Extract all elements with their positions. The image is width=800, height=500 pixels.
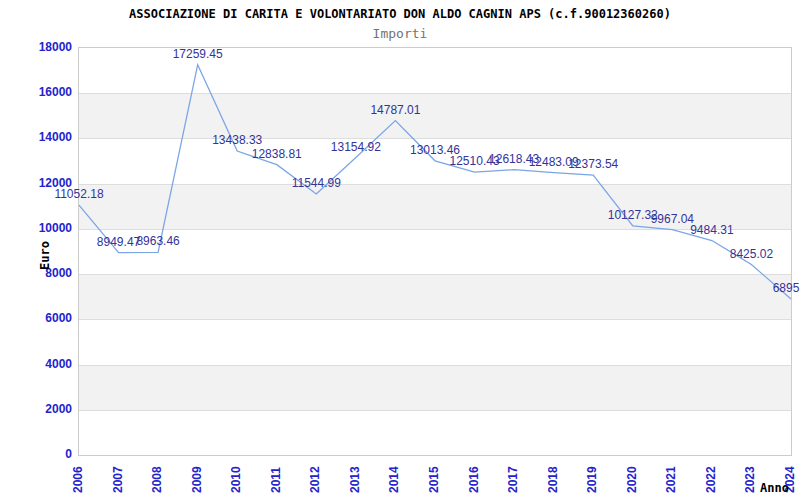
y-tick-label: 2000	[6, 402, 72, 416]
y-tick-label: 10000	[6, 221, 72, 235]
data-point-label: 17259.45	[173, 47, 223, 61]
y-tick-label: 6000	[6, 311, 72, 325]
chart-subtitle: Importi	[0, 26, 800, 41]
x-tick-label: 2009	[190, 457, 204, 493]
x-tick-label: 2022	[704, 457, 718, 493]
x-tick-label: 2019	[585, 457, 599, 493]
y-tick-label: 0	[6, 447, 72, 461]
y-tick-label: 18000	[6, 40, 72, 54]
y-tick-label: 12000	[6, 176, 72, 190]
y-axis-title: Euro	[38, 236, 53, 270]
x-tick-label: 2021	[664, 457, 678, 493]
x-tick-label: 2015	[427, 457, 441, 493]
data-point-label: 6895.8	[773, 281, 800, 295]
series-line-importi	[79, 65, 791, 299]
x-tick-label: 2007	[111, 457, 125, 493]
y-tick-label: 4000	[6, 357, 72, 371]
x-tick-label: 2011	[269, 457, 283, 493]
x-tick-label: 2010	[229, 457, 243, 493]
x-axis-title: Anno	[760, 481, 789, 495]
chart-title: ASSOCIAZIONE DI CARITA E VOLONTARIATO DO…	[0, 7, 800, 21]
x-tick-label: 2006	[71, 457, 85, 493]
x-tick-label: 2008	[150, 457, 164, 493]
data-point-label: 8949.47	[97, 235, 140, 249]
data-point-label: 9967.04	[651, 212, 694, 226]
data-point-label: 12838.81	[252, 147, 302, 161]
y-tick-label: 14000	[6, 130, 72, 144]
data-point-label: 14787.01	[370, 103, 420, 117]
data-point-label: 9484.31	[690, 223, 733, 237]
plot-area: 11052.188949.478963.4617259.4513438.3312…	[78, 47, 792, 456]
data-point-label: 8425.02	[730, 247, 773, 261]
x-tick-label: 2018	[546, 457, 560, 493]
x-tick-label: 2014	[387, 457, 401, 493]
line-series-canvas	[79, 48, 791, 455]
y-tick-label: 16000	[6, 85, 72, 99]
data-point-label: 13438.33	[212, 133, 262, 147]
x-tick-label: 2013	[348, 457, 362, 493]
data-point-label: 12373.54	[568, 157, 618, 171]
x-tick-label: 2016	[467, 457, 481, 493]
x-tick-label: 2012	[308, 457, 322, 493]
x-tick-label: 2017	[506, 457, 520, 493]
data-point-label: 13154.92	[331, 140, 381, 154]
data-point-label: 8963.46	[136, 234, 179, 248]
data-point-label: 11544.99	[292, 176, 341, 190]
x-tick-label: 2023	[743, 457, 757, 493]
x-tick-label: 2020	[625, 457, 639, 493]
